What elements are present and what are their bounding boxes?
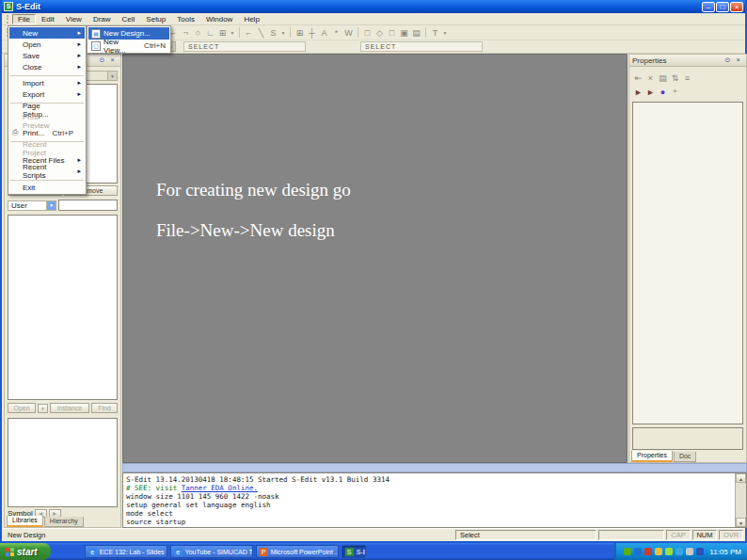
new-submenu-item[interactable]: ▢ New View... Ctrl+N [88,40,169,52]
taskbar-task[interactable]: e YouTube - SIMUCAD T... [170,545,253,558]
file-menu-item[interactable]: ⎙ Open ▸ [9,39,85,50]
cell-filter-input[interactable] [58,200,118,211]
file-menu-item[interactable]: ⎙ Import ▸ [9,77,85,88]
open-cell-caret[interactable]: ▼ [38,404,48,413]
start-button[interactable]: start [0,543,51,560]
tray-icons [624,548,704,555]
crosshair-icon[interactable]: ┼ [306,26,318,39]
dock-tab[interactable]: Libraries [7,516,43,527]
menu-item[interactable]: Tools [171,14,200,24]
instance-cell-button[interactable]: Instance [50,403,89,413]
taskbar-task[interactable]: e ECE 132: Lab - Slides ... [85,545,167,558]
file-menu-item[interactable]: ⎙ New ▸ [9,27,85,39]
toolbar-icon[interactable] [358,27,358,38]
file-menu-item[interactable]: ⎙ Close ▸ [9,61,85,72]
tray-icon[interactable] [686,548,693,555]
tray-icon[interactable] [696,548,704,555]
console-link[interactable]: Tanner EDA Online. [182,484,258,492]
menu-item[interactable]: Help [238,14,264,24]
toolbar-icon[interactable] [239,27,240,38]
file-menu-item[interactable]: ⎙ Print Preview ▸ [9,116,85,127]
file-menu-item[interactable]: ⎙ Exit ▸ [9,182,85,193]
curve-tool-icon[interactable]: S [267,26,279,39]
refresh-icon[interactable]: * [669,86,681,98]
menu-item[interactable]: Setup [140,14,171,24]
file-menu-item[interactable]: ⎙ Save ▸ [9,50,85,61]
grid-icon[interactable]: ⊞ [294,26,306,39]
page-icon[interactable]: ▤ [410,26,422,39]
text-caret-icon[interactable]: ▼ [441,26,449,39]
tool-caret-icon[interactable]: ▼ [229,26,236,39]
path-tool-icon[interactable]: ¬ [180,26,192,39]
pin-icon[interactable]: ⊙ [97,56,107,65]
close-icon[interactable]: × [733,56,743,65]
properties-panel-header[interactable]: Properties ⊙ × [629,55,746,67]
console-scrollbar[interactable]: ▲ ▼ [735,473,746,527]
dock-tab[interactable]: Doc [674,452,696,462]
minimize-button[interactable]: – [702,2,715,12]
filled-pad-icon[interactable]: ▣ [398,26,410,39]
dock-tab[interactable]: Properties [631,451,673,462]
probe-alt-icon[interactable]: ► [644,86,657,98]
probe-icon[interactable]: ► [632,86,644,98]
pin-icon[interactable]: ⊙ [723,56,733,65]
menu-item[interactable]: Cell [117,14,141,24]
menu-item[interactable]: Draw [87,14,117,24]
toolbar-icon[interactable] [425,27,426,38]
find-cell-button[interactable]: Find [91,403,118,413]
diamond-pad-icon[interactable]: ◇ [374,26,386,39]
pad-icon[interactable]: □ [361,26,374,39]
text-label-icon[interactable]: A [318,26,330,39]
ruler-tool-icon[interactable]: ⌐ [243,26,255,39]
tray-icon[interactable] [644,548,652,555]
evaluate-icon[interactable]: ● [657,86,669,98]
tray-icon[interactable] [655,548,662,555]
port-icon[interactable]: □ [386,26,398,39]
toolbar-icon[interactable] [290,27,291,38]
file-menu-item[interactable]: ⎙ ▸ [10,72,84,76]
cell-filter-combo[interactable]: User ▼ [8,200,56,211]
shape-caret-icon[interactable]: ▼ [279,26,287,39]
scroll-down-icon[interactable]: ▼ [736,518,746,527]
net-icon[interactable]: W [342,26,355,39]
first-property-icon[interactable]: ⇤ [632,72,644,84]
angle-tool-icon[interactable]: ∟ [204,26,216,39]
properties-toolbar-row2: ► ► ● * [632,86,743,98]
mode-field-right[interactable]: SELECT [360,41,483,52]
tray-icon[interactable] [675,548,683,555]
tray-icon[interactable] [634,548,642,555]
tray-icon[interactable] [665,548,673,555]
slant-tool-icon[interactable]: ╲ [255,26,267,39]
tray-icon[interactable] [624,548,631,555]
menu-item[interactable]: File [12,14,36,24]
list-view-icon[interactable]: ≡ [681,72,693,84]
mode-field-left[interactable]: SELECT [183,41,306,52]
taskbar-task[interactable]: S S-E [342,545,366,558]
console-title-strip[interactable] [122,463,747,472]
menu-item[interactable]: View [60,14,87,24]
cells-list[interactable] [8,215,118,400]
schematic-canvas[interactable]: For creating new design go File->New->Ne… [122,54,628,463]
open-cell-button[interactable]: Open [8,403,36,413]
maximize-button[interactable]: □ [716,2,729,12]
table-view-icon[interactable]: ▤ [657,72,669,84]
file-menu-item[interactable]: ⎙ Export ▸ [9,88,85,100]
node-icon[interactable]: * [330,26,342,39]
title-bar[interactable]: S S-Edit – □ × [2,0,745,13]
circle-tool-icon[interactable]: ○ [192,26,204,39]
delete-property-icon[interactable]: × [644,72,657,84]
file-menu-item[interactable]: ⎙ Recent Scripts ▸ [9,166,85,177]
console-log[interactable]: S-Edit 13.14.20130418 18:48:15 Started S… [122,472,747,528]
sort-asc-icon[interactable]: ⇅ [669,72,681,84]
wire-tool-icon[interactable]: ⊞ [216,26,229,39]
scroll-up-icon[interactable]: ▲ [736,473,746,483]
file-menu-item[interactable]: ⎙ Recent Project ▸ [9,143,85,154]
menu-item[interactable]: Edit [36,14,60,24]
taskbar-task[interactable]: P Microsoft PowerPoint ... [256,545,339,558]
properties-grid[interactable] [632,102,743,424]
text-tool-icon[interactable]: T [429,26,441,39]
close-icon[interactable]: × [107,56,118,65]
menu-item[interactable]: Window [200,14,238,24]
dock-tab[interactable]: Hierarchy [44,517,84,527]
close-button[interactable]: × [730,2,743,12]
